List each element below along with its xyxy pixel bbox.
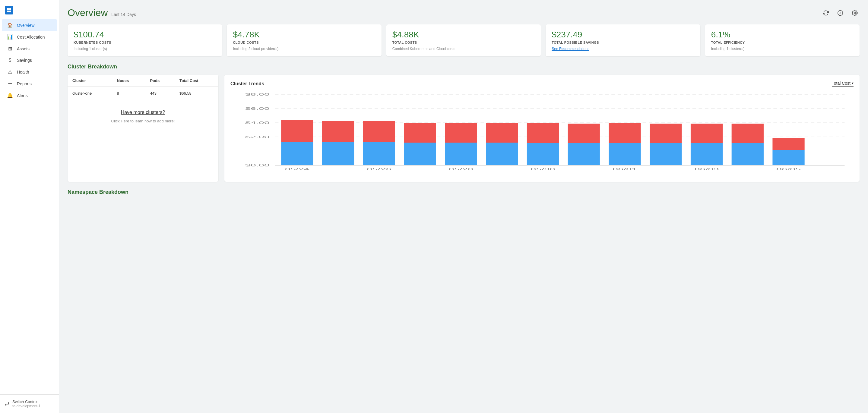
bar-blue-1 xyxy=(322,142,354,165)
bar-blue-12 xyxy=(772,150,804,165)
sidebar: 🏠 Overview 📊 Cost Allocation ⊞ Assets $ … xyxy=(0,0,59,413)
svg-text:05/30: 05/30 xyxy=(530,167,555,171)
sidebar-item-overview-label: Overview xyxy=(17,23,34,28)
bar-red-0 xyxy=(281,120,313,142)
page-title: Overview xyxy=(67,7,108,19)
svg-text:$0.00: $0.00 xyxy=(245,163,270,167)
cluster-table-card: Cluster Nodes Pods Total Cost cluster-on… xyxy=(67,75,218,182)
dollar-icon: $ xyxy=(7,58,13,63)
metric-card-efficiency: 6.1% TOTAL EFFICIENCY Including 1 cluste… xyxy=(705,24,860,56)
sidebar-item-assets-label: Assets xyxy=(17,46,30,51)
metric-value-savings: $237.49 xyxy=(552,30,694,39)
switch-context[interactable]: ⇄ Switch Context te-development-1 xyxy=(5,400,54,408)
bar-blue-10 xyxy=(691,143,723,165)
bar-blue-0 xyxy=(281,142,313,165)
bar-red-4 xyxy=(445,123,477,142)
sidebar-logo xyxy=(0,2,59,19)
metric-label-savings: TOTAL POSSIBLE SAVINGS xyxy=(552,41,694,44)
bar-red-5 xyxy=(486,123,518,142)
metric-sub-cloud: Including 2 cloud provider(s) xyxy=(233,47,375,51)
check-button[interactable] xyxy=(835,8,845,18)
add-cluster-link[interactable]: Have more clusters? xyxy=(72,110,214,115)
bell-icon: 🔔 xyxy=(7,93,13,98)
bar-red-9 xyxy=(650,124,682,143)
sidebar-item-overview[interactable]: 🏠 Overview xyxy=(2,19,57,31)
sidebar-item-alerts[interactable]: 🔔 Alerts xyxy=(2,90,57,101)
svg-text:06/05: 06/05 xyxy=(776,167,801,171)
warning-icon: ⚠ xyxy=(7,69,13,75)
metric-sub-total: Combined Kubernetes and Cloud costs xyxy=(392,47,535,51)
switch-context-text: Switch Context te-development-1 xyxy=(12,400,40,408)
bar-blue-5 xyxy=(486,142,518,165)
row-nodes: 8 xyxy=(112,87,145,100)
sidebar-item-cost-allocation[interactable]: 📊 Cost Allocation xyxy=(2,31,57,43)
metric-sub-kubernetes: Including 1 cluster(s) xyxy=(73,47,216,51)
svg-rect-0 xyxy=(7,8,9,10)
svg-point-5 xyxy=(854,12,856,13)
col-header-total-cost: Total Cost xyxy=(175,75,218,87)
metric-link-savings[interactable]: See Recommendations xyxy=(552,47,694,51)
settings-button[interactable] xyxy=(850,8,860,18)
switch-icon: ⇄ xyxy=(5,401,9,407)
bar-red-1 xyxy=(322,121,354,142)
bar-blue-7 xyxy=(568,143,600,165)
svg-text:05/28: 05/28 xyxy=(449,167,473,171)
metric-card-kubernetes-costs: $100.74 KUBERNETES COSTS Including 1 clu… xyxy=(67,24,222,56)
metric-label-efficiency: TOTAL EFFICIENCY xyxy=(711,41,854,44)
row-total-cost: $66.58 xyxy=(175,87,218,100)
chevron-down-icon: ▾ xyxy=(852,81,854,85)
header-actions xyxy=(821,8,860,18)
sidebar-item-reports-label: Reports xyxy=(17,82,32,86)
svg-rect-2 xyxy=(7,10,9,12)
svg-text:$4.00: $4.00 xyxy=(245,121,270,125)
sidebar-bottom: ⇄ Switch Context te-development-1 xyxy=(0,394,59,413)
metrics-row: $100.74 KUBERNETES COSTS Including 1 clu… xyxy=(67,24,860,56)
table-row[interactable]: cluster-one 8 443 $66.58 xyxy=(67,87,218,100)
page-title-group: Overview Last 14 Days xyxy=(67,7,136,19)
add-cluster-subtitle[interactable]: Click Here to learn how to add more! xyxy=(111,119,175,123)
bar-chart-svg: $8.00 $6.00 $4.00 $2.00 $0.00 xyxy=(230,91,854,176)
namespace-breakdown-title: Namespace Breakdown xyxy=(67,189,860,195)
sidebar-item-cost-allocation-label: Cost Allocation xyxy=(17,35,45,39)
cluster-table: Cluster Nodes Pods Total Cost cluster-on… xyxy=(67,75,218,100)
metric-card-cloud-costs: $4.78K CLOUD COSTS Including 2 cloud pro… xyxy=(227,24,381,56)
page-header: Overview Last 14 Days xyxy=(67,7,860,19)
bar-blue-6 xyxy=(527,143,559,165)
svg-text:06/03: 06/03 xyxy=(694,167,719,171)
row-cluster-name: cluster-one xyxy=(67,87,112,100)
cluster-trends-card: Cluster Trends Total Cost ▾ $8.00 xyxy=(224,75,860,182)
list-icon: ☰ xyxy=(7,81,13,87)
sidebar-item-savings[interactable]: $ Savings xyxy=(2,55,57,66)
sidebar-item-health-label: Health xyxy=(17,70,29,74)
col-header-cluster: Cluster xyxy=(67,75,112,87)
bar-red-12 xyxy=(772,138,804,150)
sidebar-item-health[interactable]: ⚠ Health xyxy=(2,66,57,78)
chart-header: Cluster Trends Total Cost ▾ xyxy=(230,81,854,87)
bar-red-7 xyxy=(568,124,600,143)
bar-red-8 xyxy=(609,123,641,143)
bar-blue-3 xyxy=(404,142,436,165)
metric-label-total: TOTAL COSTS xyxy=(392,41,535,44)
sidebar-item-reports[interactable]: ☰ Reports xyxy=(2,78,57,90)
refresh-button[interactable] xyxy=(821,8,831,18)
cluster-section: Cluster Nodes Pods Total Cost cluster-on… xyxy=(67,75,860,182)
bar-red-10 xyxy=(691,124,723,143)
bar-blue-8 xyxy=(609,143,641,165)
sidebar-item-assets[interactable]: ⊞ Assets xyxy=(2,43,57,55)
bar-blue-9 xyxy=(650,143,682,165)
svg-text:$8.00: $8.00 xyxy=(245,93,270,96)
metric-value-total: $4.88K xyxy=(392,30,535,39)
chart-dropdown[interactable]: Total Cost ▾ xyxy=(832,81,854,87)
grid-icon: ⊞ xyxy=(7,46,13,52)
svg-text:05/26: 05/26 xyxy=(367,167,391,171)
bar-blue-4 xyxy=(445,142,477,165)
sidebar-item-savings-label: Savings xyxy=(17,58,32,63)
metric-card-total-costs: $4.88K TOTAL COSTS Combined Kubernetes a… xyxy=(386,24,541,56)
svg-text:05/24: 05/24 xyxy=(285,167,309,171)
home-icon: 🏠 xyxy=(7,22,13,28)
bar-red-3 xyxy=(404,123,436,142)
main-content: Overview Last 14 Days $100.74 KUBERNETES… xyxy=(59,0,868,413)
svg-rect-1 xyxy=(9,8,11,10)
bar-chart-icon: 📊 xyxy=(7,34,13,40)
metric-sub-efficiency: Including 1 cluster(s) xyxy=(711,47,854,51)
